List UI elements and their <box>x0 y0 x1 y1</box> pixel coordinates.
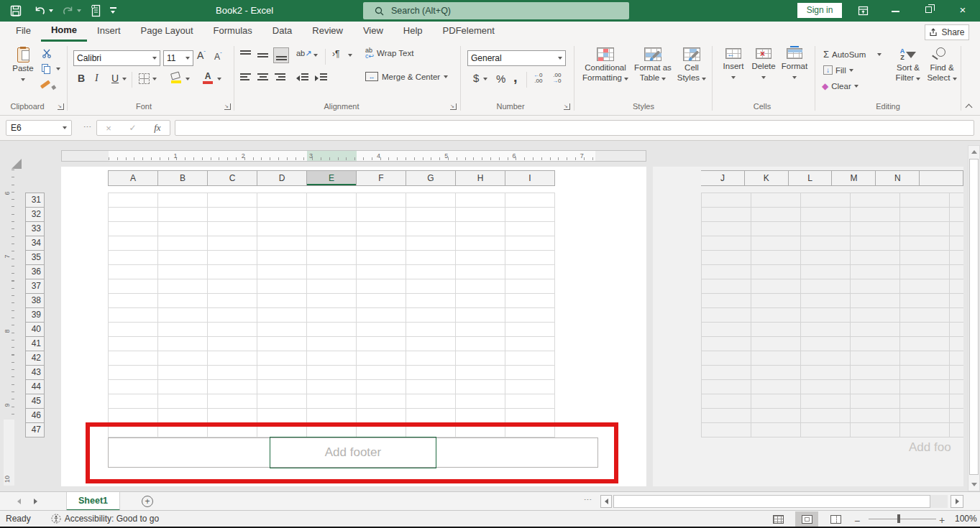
vertical-scrollbar-thumb[interactable] <box>969 159 979 475</box>
column-header[interactable]: I <box>505 171 555 185</box>
text-direction-button[interactable]: ›¶ <box>332 49 339 59</box>
ribbon-tab[interactable]: Page Layout <box>131 22 203 42</box>
page-layout-view-button[interactable] <box>795 511 818 527</box>
row-header[interactable]: 42 <box>26 351 44 366</box>
merge-center-button[interactable]: ↔ Merge & Center <box>365 72 448 81</box>
formula-bar-divider[interactable]: ⋮ <box>83 123 93 131</box>
formula-input[interactable] <box>175 120 974 136</box>
align-bottom-button[interactable] <box>273 47 289 63</box>
insert-cells-button[interactable]: ← Insert <box>719 47 748 82</box>
number-format-select[interactable]: General <box>467 50 566 66</box>
hscroll-right-button[interactable] <box>951 495 963 508</box>
row-header[interactable]: 37 <box>26 279 44 294</box>
delete-cells-button[interactable]: × Delete <box>749 47 778 82</box>
find-select-button[interactable]: Find & Select <box>926 46 958 83</box>
align-center-button[interactable] <box>257 73 268 83</box>
sheet-tab[interactable]: Sheet1 <box>66 492 120 511</box>
underline-button[interactable]: U <box>111 73 119 84</box>
share-button[interactable]: Share <box>925 24 969 40</box>
zoom-in-button[interactable]: + <box>939 514 945 526</box>
hscroll-left-button[interactable] <box>600 495 612 508</box>
conditional-formatting-button[interactable]: Conditional Formatting <box>582 46 628 83</box>
ribbon-tab[interactable]: File <box>6 22 41 42</box>
vertical-ruler[interactable]: 678910 <box>4 170 14 486</box>
row-header[interactable]: 35 <box>26 251 44 265</box>
column-header[interactable]: D <box>257 171 307 185</box>
column-header[interactable] <box>920 171 963 185</box>
percent-style-button[interactable]: % <box>496 73 505 85</box>
format-painter-button[interactable] <box>40 79 56 88</box>
orientation-button[interactable]: ab↗ <box>296 49 311 58</box>
zoom-slider-track[interactable] <box>869 519 936 519</box>
minimize-button[interactable] <box>892 11 899 12</box>
font-size-select[interactable]: 11 <box>163 50 193 66</box>
ribbon-tab[interactable]: Insert <box>87 22 131 42</box>
column-header[interactable]: B <box>158 171 208 185</box>
column-header[interactable]: A <box>109 171 158 185</box>
zoom-out-button[interactable]: − <box>854 515 860 527</box>
font-name-select[interactable]: Calibri <box>73 50 160 66</box>
column-header[interactable]: G <box>406 171 456 185</box>
enter-icon[interactable]: ✓ <box>129 123 137 133</box>
ribbon-tab[interactable]: Formulas <box>203 22 262 42</box>
number-dialog-launcher[interactable]: ↘ <box>564 103 570 110</box>
italic-button[interactable]: I <box>95 73 99 84</box>
wrap-text-button[interactable]: abc↩ Wrap Text <box>365 47 413 59</box>
comma-style-button[interactable]: , <box>513 69 518 85</box>
decrease-indent-button[interactable] <box>296 73 308 83</box>
column-header[interactable]: F <box>357 171 406 185</box>
undo-dropdown-icon[interactable] <box>49 9 53 12</box>
row-header[interactable]: 32 <box>26 208 44 222</box>
horizontal-ruler[interactable]: 1234567 <box>61 150 646 162</box>
qat-customize-chevron[interactable] <box>111 11 115 14</box>
insert-function-icon[interactable]: fx <box>154 122 160 134</box>
row-header[interactable]: 40 <box>26 323 44 337</box>
ribbon-tab[interactable]: View <box>353 22 393 42</box>
page-break-view-button[interactable] <box>824 511 847 527</box>
font-color-button[interactable]: A <box>203 71 213 84</box>
autosum-button[interactable]: Σ AutoSum <box>823 49 881 60</box>
decrease-decimal-button[interactable]: .00→0 <box>552 73 561 84</box>
row-header[interactable]: 46 <box>26 409 44 423</box>
paste-button[interactable]: Paste <box>7 46 39 84</box>
alignment-dialog-launcher[interactable]: ↘ <box>450 103 457 110</box>
footer-placeholder-page2[interactable]: Add foo <box>909 440 951 455</box>
grid-page1[interactable] <box>108 193 555 437</box>
row-header[interactable]: 47 <box>26 423 44 437</box>
align-middle-button[interactable] <box>257 50 268 60</box>
search-input[interactable]: Search (Alt+Q) <box>363 2 629 19</box>
align-top-button[interactable] <box>240 50 251 60</box>
align-left-button[interactable] <box>240 73 251 83</box>
column-header[interactable]: N <box>876 171 920 185</box>
row-header[interactable]: 43 <box>26 366 44 380</box>
zoom-slider-thumb[interactable] <box>897 514 900 523</box>
horizontal-scrollbar-thumb[interactable] <box>613 495 930 508</box>
sign-in-button[interactable]: Sign in <box>797 3 842 18</box>
scroll-up-icon[interactable] <box>971 150 977 154</box>
underline-dropdown-icon[interactable] <box>122 78 127 80</box>
horizontal-scrollbar[interactable] <box>613 495 948 508</box>
save-icon[interactable] <box>10 5 22 17</box>
prev-sheet-icon[interactable] <box>17 499 21 504</box>
ribbon-tab[interactable]: PDFelement <box>433 22 505 42</box>
align-right-button[interactable] <box>275 73 285 83</box>
borders-dropdown-icon[interactable] <box>152 78 157 80</box>
orientation-dropdown-icon[interactable] <box>313 54 318 57</box>
row-header[interactable]: 38 <box>26 294 44 308</box>
decrease-font-size-button[interactable]: Aˇ <box>214 51 222 62</box>
borders-button[interactable] <box>139 73 150 84</box>
row-header[interactable]: 33 <box>26 222 44 236</box>
bold-button[interactable]: B <box>78 73 85 84</box>
copy-button[interactable] <box>42 64 48 73</box>
row-header[interactable]: 39 <box>26 308 44 323</box>
copy-dropdown-icon[interactable] <box>56 68 60 70</box>
tab-bar-divider[interactable]: ⋮ <box>584 496 593 504</box>
format-cells-button[interactable]: Format <box>779 47 810 82</box>
fill-button[interactable]: ↓ Fill <box>823 65 853 75</box>
ribbon-display-options-icon[interactable] <box>858 6 869 16</box>
vertical-scrollbar[interactable] <box>968 145 980 491</box>
font-dialog-launcher[interactable]: ↘ <box>224 103 231 110</box>
ribbon-tab[interactable]: Data <box>262 22 302 42</box>
select-all-button[interactable] <box>12 159 22 169</box>
next-sheet-icon[interactable] <box>34 499 37 504</box>
